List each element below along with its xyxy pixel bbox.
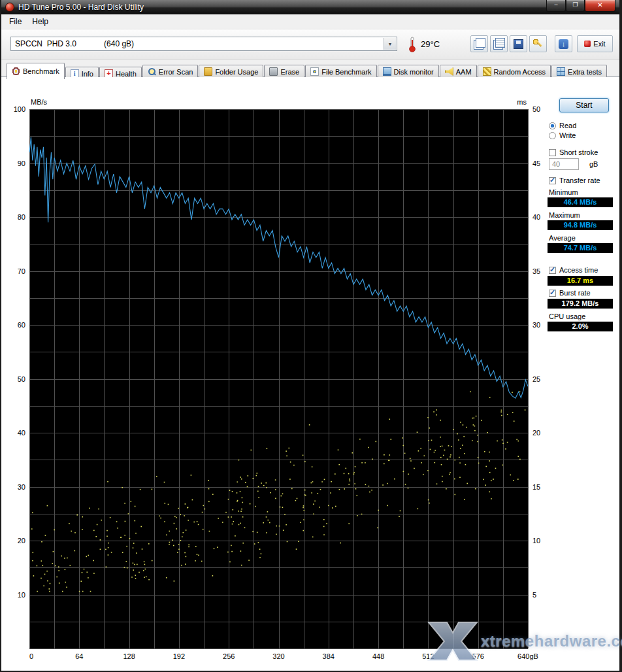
tab-label: Random Access	[494, 68, 546, 76]
copy-image-button[interactable]	[470, 35, 488, 52]
tab-label: Error Scan	[159, 68, 193, 76]
svg-text:10: 10	[18, 591, 25, 599]
tab-strip: BenchmarkInfoHealthError ScanFolder Usag…	[1, 59, 619, 77]
checkbox-icon	[549, 177, 556, 184]
file-benchmark-icon	[310, 67, 319, 76]
tab-label: Health	[116, 70, 137, 78]
exit-label: Exit	[593, 40, 605, 48]
checkbox-icon	[549, 149, 556, 156]
close-button[interactable]: ✕	[585, 0, 615, 12]
key-button[interactable]	[529, 35, 547, 52]
menu-file[interactable]: File	[4, 16, 27, 27]
write-radio[interactable]: Write	[549, 131, 621, 139]
copy-image-icon	[476, 38, 485, 48]
cpu-usage-value: 2.0%	[548, 322, 613, 331]
access-time-value: 16.7 ms	[548, 276, 613, 286]
start-button[interactable]: Start	[559, 98, 609, 112]
svg-text:320: 320	[272, 652, 284, 660]
toolbar-buttons	[470, 35, 572, 52]
radio-icon	[549, 122, 556, 129]
tab-file-benchmark[interactable]: File Benchmark	[305, 65, 376, 78]
svg-text:10: 10	[532, 537, 540, 545]
short-stroke-input[interactable]	[549, 158, 579, 170]
svg-text:30: 30	[18, 483, 25, 491]
download-button[interactable]	[555, 35, 572, 52]
read-label: Read	[559, 122, 576, 129]
benchmark-controls: Start Read Write Short stroke gB Transfe…	[548, 93, 621, 333]
svg-text:512: 512	[422, 652, 434, 660]
svg-text:45: 45	[532, 160, 540, 167]
maximum-value: 94.8 MB/s	[548, 220, 613, 230]
minimum-label: Minimum	[549, 188, 621, 196]
svg-text:80: 80	[18, 213, 25, 221]
save-icon	[514, 39, 523, 49]
access-time-label: Access time	[559, 266, 598, 274]
svg-text:576: 576	[472, 652, 484, 660]
tab-folder-usage[interactable]: Folder Usage	[199, 65, 263, 78]
title-bar[interactable]: HD Tune Pro 5.00 - Hard Disk Utility – ❐…	[1, 0, 619, 14]
tab-label: Erase	[280, 68, 299, 76]
svg-text:0: 0	[29, 652, 33, 660]
tab-erase[interactable]: Erase	[264, 65, 304, 78]
tab-label: Info	[82, 70, 93, 78]
tab-extra-tests[interactable]: Extra tests	[551, 65, 607, 78]
tab-error-scan[interactable]: Error Scan	[142, 65, 199, 78]
svg-text:448: 448	[372, 652, 384, 660]
download-icon	[559, 39, 568, 49]
short-stroke-checkbox[interactable]: Short stroke	[549, 148, 621, 156]
read-radio[interactable]: Read	[549, 122, 621, 129]
short-stroke-unit: gB	[589, 160, 598, 168]
transfer-rate-checkbox[interactable]: Transfer rate	[549, 176, 621, 184]
svg-text:40: 40	[532, 213, 540, 221]
maximum-label: Maximum	[549, 211, 621, 219]
tab-disk-monitor[interactable]: Disk monitor	[378, 65, 439, 78]
app-icon	[5, 3, 14, 12]
window-title: HD Tune Pro 5.00 - Hard Disk Utility	[18, 3, 144, 12]
svg-text:30: 30	[532, 321, 540, 329]
aam-icon	[445, 67, 453, 76]
tab-benchmark[interactable]: Benchmark	[7, 63, 65, 79]
burst-rate-checkbox[interactable]: Burst rate	[549, 289, 621, 297]
tab-label: Disk monitor	[394, 68, 434, 76]
extra-tests-icon	[557, 67, 565, 76]
svg-text:128: 128	[123, 652, 135, 660]
temperature-value: 29°C	[421, 39, 440, 49]
short-stroke-label: Short stroke	[559, 148, 598, 156]
hd-tune-window: HD Tune Pro 5.00 - Hard Disk Utility – ❐…	[0, 0, 622, 672]
disk-monitor-icon	[383, 67, 391, 76]
random-access-icon	[483, 67, 491, 76]
temperature-icon	[408, 36, 417, 53]
erase-icon	[269, 67, 278, 76]
access-time-checkbox[interactable]: Access time	[549, 266, 621, 274]
exit-icon	[584, 41, 591, 47]
menu-bar: File Help	[1, 14, 619, 29]
radio-icon	[549, 132, 556, 139]
svg-text:60: 60	[18, 321, 25, 329]
svg-text:5: 5	[532, 591, 536, 599]
copy-text-button[interactable]	[490, 35, 508, 52]
burst-rate-value: 179.2 MB/s	[548, 299, 613, 309]
drive-selector[interactable]: SPCCN PHD 3.0 (640 gB) ▼	[10, 37, 397, 51]
tab-label: AAM	[456, 68, 472, 76]
toolbar: SPCCN PHD 3.0 (640 gB) ▼ 29°C Exit	[1, 29, 619, 59]
benchmark-icon	[12, 67, 20, 75]
menu-help[interactable]: Help	[27, 16, 54, 27]
dropdown-arrow-icon[interactable]: ▼	[384, 38, 396, 50]
error-scan-icon	[148, 67, 156, 76]
tab-aam[interactable]: AAM	[440, 65, 477, 78]
svg-text:35: 35	[532, 267, 540, 275]
write-label: Write	[559, 131, 576, 139]
svg-text:20: 20	[18, 537, 25, 545]
tab-random-access[interactable]: Random Access	[478, 65, 551, 78]
drive-name: SPCCN PHD 3.0	[15, 39, 76, 48]
maximize-button[interactable]: ❐	[566, 0, 585, 12]
benchmark-page: 1009080706050403020105045403530252015105…	[1, 77, 619, 671]
cpu-usage-label: CPU usage	[549, 312, 621, 320]
exit-button[interactable]: Exit	[577, 35, 613, 52]
burst-rate-label: Burst rate	[559, 289, 591, 297]
minimum-value: 46.4 MB/s	[548, 197, 613, 207]
copy-text-icon	[495, 38, 505, 48]
minimize-button[interactable]: –	[546, 0, 566, 12]
tab-label: Folder Usage	[215, 68, 258, 76]
save-button[interactable]	[510, 35, 527, 52]
